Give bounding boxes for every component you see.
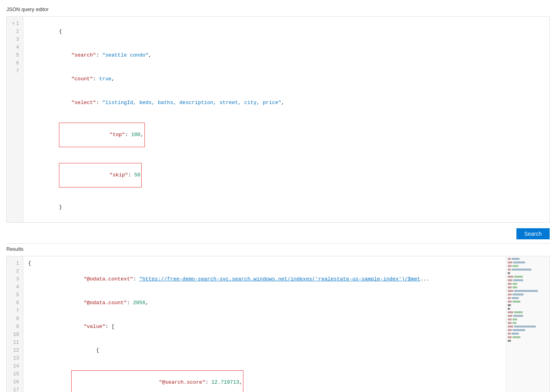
mini-line [508, 300, 548, 303]
mini-line [508, 307, 548, 310]
ln-1: ∨ 1 [7, 20, 23, 28]
mini-line [508, 282, 548, 285]
editor-line-6: "skip": 50 [28, 155, 545, 195]
editor-panel: ∨ 1 2 3 4 5 6 7 { "search": "seattle con… [6, 16, 550, 223]
page-container: JSON query editor ∨ 1 2 3 4 5 6 7 { [0, 0, 556, 392]
mini-line [508, 339, 548, 342]
mini-line [508, 296, 548, 299]
result-line-2: "@odata.context": "https://free-demo-sea… [28, 267, 501, 291]
mini-line [508, 286, 548, 289]
rln-14: 14 [7, 362, 23, 370]
rln-10: 10 [7, 331, 23, 339]
rln-1: 1 [7, 259, 23, 267]
result-line-1: { [28, 259, 501, 267]
editor-line-3: "count": true, [28, 67, 545, 91]
results-code[interactable]: 1 2 3 4 5 6 7 8 9 10 11 12 13 14 [7, 256, 506, 392]
editor-line-1: { [28, 20, 545, 44]
result-line-3: "@odata.count": 2056, [28, 291, 501, 315]
mini-line [508, 321, 548, 324]
mini-line [508, 268, 548, 271]
highlight-score1: "@search.score": 12.719713, [71, 370, 243, 392]
rln-3: 3 [7, 275, 23, 283]
rln-8: 8 [7, 315, 23, 323]
editor-title: JSON query editor [0, 4, 556, 15]
mini-line [508, 303, 548, 307]
rln-5: 5 [7, 291, 23, 299]
mini-line [508, 332, 548, 335]
mini-line [508, 264, 548, 267]
result-line-6: "@search.score": 12.719713, [28, 362, 501, 392]
ln-5: 5 [7, 51, 23, 59]
results-line-numbers: 1 2 3 4 5 6 7 8 9 10 11 12 13 14 [7, 256, 23, 392]
mini-line [508, 328, 548, 331]
ln-7: 7 [7, 67, 23, 75]
mini-line [508, 318, 548, 321]
highlight-skip: "skip": 50 [59, 163, 142, 187]
rln-17: 17 [7, 386, 23, 392]
rln-13: 13 [7, 354, 23, 362]
mini-preview-panel [506, 256, 549, 392]
mini-line [508, 257, 548, 260]
rln-12: 12 [7, 347, 23, 354]
rln-11: 11 [7, 339, 23, 347]
rln-9: 9 [7, 323, 23, 331]
rln-15: 15 [7, 370, 23, 378]
results-title: Results [0, 244, 556, 254]
rln-4: 4 [7, 283, 23, 291]
ln-2: 2 [7, 28, 23, 36]
search-button[interactable]: Search [516, 228, 550, 239]
rln-16: 16 [7, 378, 23, 386]
highlight-top-skip: "top": 100, [59, 123, 145, 147]
ln-4: 4 [7, 44, 23, 51]
result-line-4: "value": [ [28, 315, 501, 339]
editor-line-4: "select": "listingId, beds, baths, descr… [28, 91, 545, 115]
mini-line [508, 275, 548, 278]
result-line-5: { [28, 339, 501, 362]
mini-line [508, 289, 548, 292]
editor-code-area: ∨ 1 2 3 4 5 6 7 { "search": "seattle con… [7, 17, 549, 222]
editor-line-7: } [28, 195, 545, 219]
rln-7: 7 [7, 307, 23, 315]
results-panel: 1 2 3 4 5 6 7 8 9 10 11 12 13 14 [6, 256, 550, 392]
results-inner: 1 2 3 4 5 6 7 8 9 10 11 12 13 14 [7, 256, 549, 392]
mini-line [508, 325, 548, 328]
mini-line [508, 271, 548, 275]
mini-line [508, 311, 548, 314]
mini-line [508, 293, 548, 296]
editor-line-2: "search": "seattle condo", [28, 44, 545, 67]
ln-3: 3 [7, 36, 23, 44]
search-btn-area: Search [0, 224, 556, 243]
mini-line [508, 278, 548, 282]
mini-line [508, 261, 548, 264]
mini-line [508, 335, 548, 339]
rln-6: 6 [7, 299, 23, 307]
editor-line-5: "top": 100, [28, 115, 545, 155]
mini-preview-content [506, 256, 549, 343]
editor-line-numbers: ∨ 1 2 3 4 5 6 7 [7, 17, 23, 222]
results-code-area: 1 2 3 4 5 6 7 8 9 10 11 12 13 14 [7, 256, 506, 392]
rln-2: 2 [7, 267, 23, 275]
editor-code-content[interactable]: { "search": "seattle condo", "count": tr… [23, 17, 549, 222]
results-code-content[interactable]: { "@odata.context": "https://free-demo-s… [23, 256, 506, 392]
ln-6: 6 [7, 59, 23, 67]
collapse-icon-1[interactable]: ∨ [12, 20, 15, 28]
mini-line [508, 314, 548, 317]
